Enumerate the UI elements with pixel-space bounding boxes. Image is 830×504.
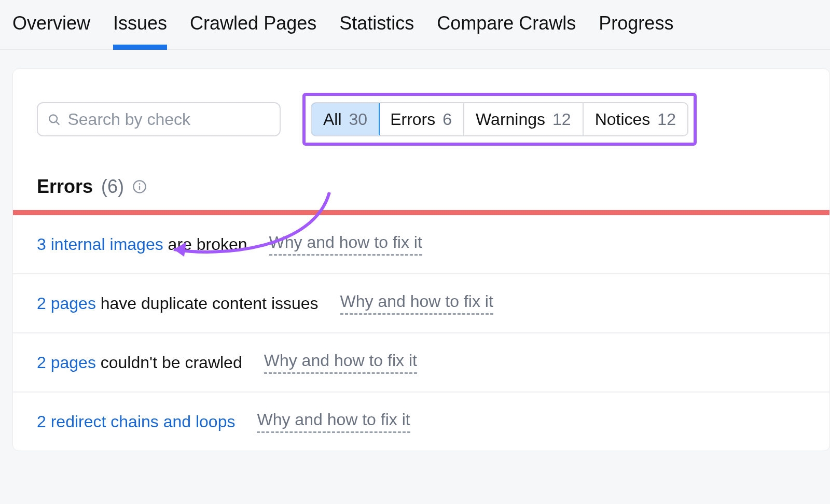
top-nav: Overview Issues Crawled Pages Statistics… [0, 0, 830, 50]
issue-row: 2 pages couldn't be crawled Why and how … [13, 333, 829, 393]
fix-link[interactable]: Why and how to fix it [340, 292, 493, 315]
filter-label: All [323, 110, 342, 129]
issue-link[interactable]: 2 pages [37, 353, 96, 372]
filter-label: Errors [390, 110, 435, 129]
issue-row: 2 pages have duplicate content issues Wh… [13, 274, 829, 333]
svg-line-1 [56, 122, 59, 125]
filter-count: 6 [442, 110, 452, 129]
svg-point-5 [139, 183, 141, 185]
issues-panel: All 30 Errors 6 Warnings 12 Notices 12 [12, 68, 830, 451]
tab-overview[interactable]: Overview [12, 12, 90, 49]
issue-description: 3 internal images are broken [37, 235, 247, 254]
tab-issues[interactable]: Issues [113, 12, 167, 49]
filter-notices[interactable]: Notices 12 [584, 103, 687, 135]
info-icon[interactable] [132, 179, 147, 194]
filter-segmented: All 30 Errors 6 Warnings 12 Notices 12 [311, 102, 688, 136]
tab-statistics[interactable]: Statistics [339, 12, 414, 49]
issue-rest: have duplicate content issues [96, 294, 319, 313]
search-icon [47, 112, 60, 127]
severity-bar [13, 210, 829, 215]
filter-count: 12 [552, 110, 571, 129]
svg-point-0 [49, 115, 57, 123]
tab-crawled-pages[interactable]: Crawled Pages [190, 12, 316, 49]
filter-all[interactable]: All 30 [311, 102, 380, 136]
filter-label: Warnings [476, 110, 545, 129]
tab-progress[interactable]: Progress [599, 12, 673, 49]
fix-link[interactable]: Why and how to fix it [269, 233, 422, 256]
fix-link[interactable]: Why and how to fix it [264, 351, 417, 374]
filter-count: 30 [349, 110, 368, 129]
section-count: (6) [101, 176, 124, 198]
fix-link[interactable]: Why and how to fix it [257, 410, 410, 433]
issue-link[interactable]: 2 pages [37, 294, 96, 313]
issue-link[interactable]: 3 internal images [37, 235, 163, 254]
search-input[interactable] [67, 110, 270, 129]
filter-warnings[interactable]: Warnings 12 [464, 103, 584, 135]
issue-rest: couldn't be crawled [96, 353, 242, 372]
issue-description: 2 pages couldn't be crawled [37, 353, 242, 372]
issue-description: 2 redirect chains and loops [37, 412, 235, 431]
filter-highlight-box: All 30 Errors 6 Warnings 12 Notices 12 [302, 93, 697, 146]
filter-label: Notices [595, 110, 651, 129]
toolbar: All 30 Errors 6 Warnings 12 Notices 12 [13, 69, 829, 153]
issue-row: 2 redirect chains and loops Why and how … [13, 393, 829, 451]
issue-rest: are broken [163, 235, 247, 254]
tab-compare-crawls[interactable]: Compare Crawls [437, 12, 576, 49]
filter-errors[interactable]: Errors 6 [379, 103, 464, 135]
issue-link[interactable]: 2 redirect chains and loops [37, 412, 235, 431]
section-heading: Errors (6) [13, 153, 829, 210]
issue-row: 3 internal images are broken Why and how… [13, 215, 829, 274]
issue-description: 2 pages have duplicate content issues [37, 294, 319, 313]
search-input-wrap[interactable] [37, 102, 281, 136]
filter-count: 12 [657, 110, 676, 129]
section-title: Errors [37, 176, 93, 198]
